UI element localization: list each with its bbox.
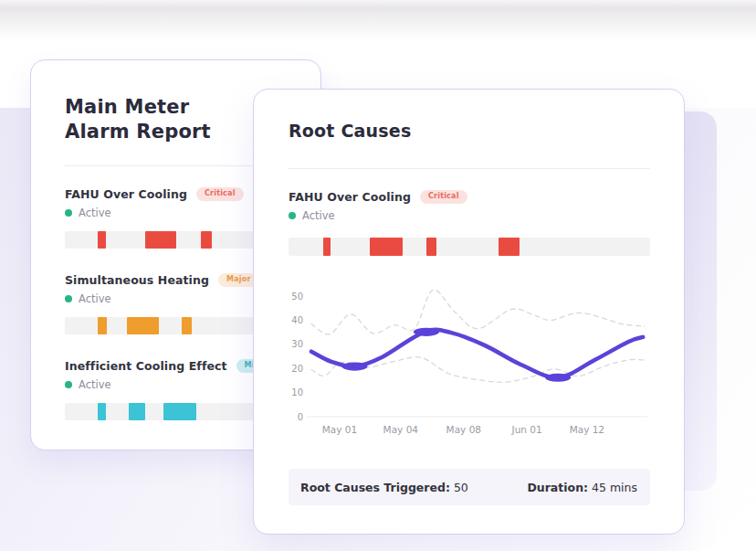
- duration-value: 45 mins: [592, 481, 637, 494]
- root-causes-triggered-value: 50: [454, 481, 468, 494]
- left-card-title-line2: Alarm Report: [65, 121, 211, 143]
- chart-series-upper-band: [311, 290, 645, 334]
- timeline-segment: [426, 238, 436, 256]
- chart-series-root-cause-signal: [311, 330, 643, 378]
- chart-emphasis-marker: [545, 374, 571, 382]
- alarm-name: Simultaneous Heating: [65, 273, 209, 287]
- alarm-name: FAHU Over Cooling: [289, 190, 411, 204]
- duration-label: Duration:: [527, 481, 588, 494]
- page: Main Meter Alarm Report FAHU Over Coolin…: [0, 0, 756, 551]
- left-card-title-line1: Main Meter: [65, 96, 189, 118]
- status-dot-icon: [65, 209, 72, 217]
- x-axis-tick-label: May 08: [446, 424, 481, 435]
- divider: [289, 168, 650, 169]
- status-label: Active: [79, 207, 111, 219]
- timeline-segment: [201, 231, 212, 249]
- status-label: Active: [302, 209, 335, 222]
- y-axis-tick-label: 20: [291, 364, 303, 374]
- timeline-segment: [163, 403, 195, 420]
- timeline-segment: [182, 317, 191, 334]
- alarm-name: Inefficient Cooling Effect: [65, 359, 227, 373]
- right-card-title: Root Causes: [289, 119, 650, 143]
- status-label: Active: [79, 378, 111, 391]
- x-axis-tick-label: May 04: [383, 424, 419, 435]
- status-row: Active: [289, 208, 650, 222]
- timeline-segment: [98, 403, 106, 420]
- chart-emphasis-marker: [414, 328, 439, 336]
- alarm-item-header: FAHU Over Cooling Critical: [289, 189, 650, 204]
- line-chart-svg: 01020304050May 01May 04May 08Jun 01May 1…: [289, 284, 652, 438]
- status-dot-icon: [289, 212, 296, 219]
- summary-footer: Root Causes Triggered: 50 Duration: 45 m…: [289, 469, 650, 505]
- status-dot-icon: [65, 381, 72, 388]
- root-causes-line-chart: 01020304050May 01May 04May 08Jun 01May 1…: [289, 284, 650, 438]
- alarm-name: FAHU Over Cooling: [65, 187, 187, 201]
- duration: Duration: 45 mins: [527, 481, 637, 494]
- y-axis-tick-label: 40: [291, 315, 303, 325]
- y-axis-tick-label: 10: [291, 387, 303, 397]
- severity-badge: Critical: [420, 190, 467, 204]
- root-causes-card: Root Causes FAHU Over Cooling Critical A…: [253, 89, 685, 535]
- y-axis-tick-label: 0: [298, 412, 303, 422]
- root-cause-item-fahu-over-cooling[interactable]: FAHU Over Cooling Critical Active: [289, 189, 650, 256]
- timeline-segment: [127, 317, 159, 334]
- root-causes-triggered-label: Root Causes Triggered:: [300, 481, 450, 494]
- alarm-timeline: [289, 238, 650, 256]
- x-axis-tick-label: May 01: [322, 424, 357, 435]
- timeline-segment: [499, 238, 520, 256]
- timeline-segment: [129, 403, 145, 420]
- timeline-segment: [98, 317, 106, 334]
- background-top-gradient: [0, 0, 756, 40]
- y-axis-tick-label: 30: [291, 339, 303, 349]
- x-axis-tick-label: Jun 01: [511, 424, 542, 435]
- y-axis-tick-label: 50: [291, 291, 303, 302]
- status-dot-icon: [65, 295, 72, 302]
- status-label: Active: [79, 292, 111, 305]
- chart-emphasis-marker: [341, 362, 367, 370]
- timeline-segment: [323, 238, 331, 256]
- root-causes-triggered: Root Causes Triggered: 50: [300, 481, 468, 494]
- timeline-segment: [145, 231, 177, 249]
- timeline-segment: [370, 238, 403, 256]
- timeline-segment: [98, 231, 105, 249]
- x-axis-tick-label: May 12: [570, 424, 604, 435]
- severity-badge: Critical: [196, 187, 244, 201]
